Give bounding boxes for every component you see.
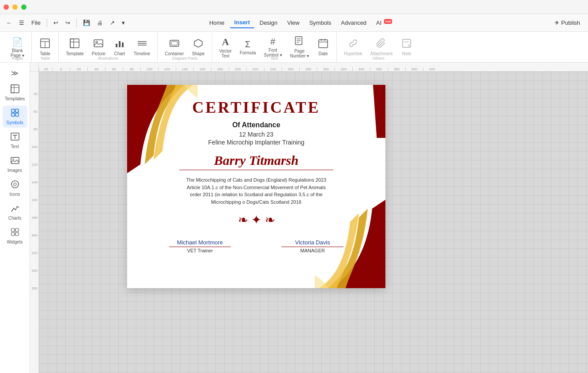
maximize-button[interactable] [21,4,26,10]
chart-label: Chart [114,51,125,56]
svg-rect-6 [94,40,103,47]
images-icon [11,156,19,167]
redo-button[interactable]: ↪ [63,18,73,28]
page-number-icon [294,36,304,48]
timeline-button[interactable]: Timeline [130,37,154,58]
back-button[interactable]: ← [4,18,15,28]
sidebar-item-widgets[interactable]: Widgets [3,225,27,247]
publish-button[interactable]: ✈ Publish [550,18,584,28]
sidebar-templates-label: Templates [5,96,25,101]
ruler-vertical: 40 60 80 100 120 140 160 180 200 220 240… [30,72,39,373]
svg-rect-42 [15,228,19,232]
signatory2-line [282,247,343,247]
certificate-course: Feline Microchip Implanter Training [208,139,305,146]
share-button[interactable]: ↗ [107,18,117,28]
container-icon [170,38,179,50]
nav-home[interactable]: Home [205,18,229,28]
more-button[interactable]: ▾ [119,18,128,28]
shape-icon [193,38,203,50]
canvas-area: -20 0 20 40 60 80 100 120 140 160 180 20… [30,63,588,373]
certificate-name: Barry Titmarsh [214,153,298,168]
toolbar-group-others: Hyperlink Attachment Note Others [337,32,420,62]
signatory2-title: MANAGER [300,248,325,253]
certificate-background: CERTIFICATE Of Attendance 12 March 23 Fe… [127,85,385,288]
signatory-2: Victoria Davis MANAGER [282,239,343,253]
certificate[interactable]: CERTIFICATE Of Attendance 12 March 23 Fe… [127,85,385,288]
signatory1-line [169,247,231,247]
toolbar-group-table: Table Table [32,32,59,62]
formula-icon: Σ [245,39,250,49]
toolbar-group-illustrations: Template Picture Chart Timeline Illustra… [59,32,158,62]
table-button[interactable]: Table [35,37,55,58]
nav-advanced[interactable]: Advanced [336,18,371,28]
formula-button[interactable]: Σ Formula [236,38,260,57]
sidebar-item-charts[interactable]: Charts [3,201,27,223]
font-symbol-button[interactable]: # FontSymbol ▾ [260,35,286,59]
hamburger-button[interactable]: ☰ [16,18,27,28]
sidebar-item-symbols[interactable]: Symbols [3,106,27,128]
hyperlink-button[interactable]: Hyperlink [340,37,366,58]
signatory-1: Michael Mortmore VET Trainer [169,239,231,253]
template-icon [70,38,79,50]
chart-button[interactable]: Chart [110,37,129,58]
sidebar-item-text[interactable]: Text [3,129,27,152]
minimize-button[interactable] [12,4,18,10]
print-button[interactable]: 🖨 [94,18,106,28]
svg-rect-4 [70,39,74,48]
svg-rect-3 [70,39,79,48]
picture-button[interactable]: Picture [88,37,109,58]
container-button[interactable]: Container [161,37,187,58]
toolbar-group-text: A VectorText Σ Formula # FontSymbol ▾ Pa… [212,32,337,62]
hyperlink-label: Hyperlink [344,51,362,56]
svg-rect-28 [11,85,14,93]
chart-icon [115,38,124,50]
sidebar-icons-label: Icons [10,192,20,197]
shape-button[interactable]: Shape [188,37,208,58]
hyperlink-icon [348,38,358,50]
menu-left: ← ☰ File ↩ ↪ 💾 🖨 ↗ ▾ [4,18,128,28]
sidebar-text-label: Text [11,144,19,149]
nav-symbols[interactable]: Symbols [305,18,335,28]
timeline-icon [137,38,147,50]
nav-design[interactable]: Design [255,18,282,28]
template-button[interactable]: Template [62,37,87,58]
nav-ai[interactable]: AI hot [372,18,396,28]
sidebar-expand[interactable]: ≫ [3,66,27,80]
table-icon [40,38,50,50]
nav-insert[interactable]: Insert [230,17,254,28]
canvas-with-ruler[interactable]: 40 60 80 100 120 140 160 180 200 220 240… [30,72,588,373]
picture-label: Picture [92,51,106,56]
svg-rect-31 [15,109,19,112]
ruler-container: -20 0 20 40 60 80 100 120 140 160 180 20… [30,63,588,72]
undo-button[interactable]: ↩ [51,18,61,28]
group-label-diagram: Diagram Parts [158,56,211,61]
left-sidebar: ≫ Templates Symbols Text Images [0,63,30,373]
title-bar [0,0,588,14]
hot-badge: hot [384,19,392,24]
file-menu[interactable]: File [29,18,43,28]
group-label-text: Text [212,56,337,61]
note-button[interactable]: Note [397,37,416,58]
certificate-name-line [179,170,333,170]
close-button[interactable] [4,4,9,10]
svg-point-38 [12,159,14,160]
svg-rect-37 [11,157,19,164]
signatory1-name: Michael Mortmore [177,239,223,246]
sidebar-item-icons[interactable]: Icons [3,177,27,199]
menu-bar: ← ☰ File ↩ ↪ 💾 🖨 ↗ ▾ Home Insert Design … [0,14,588,32]
sidebar-item-images[interactable]: Images [3,153,27,175]
vector-text-icon: A [222,36,229,48]
group-label-illustrations: Illustrations [59,56,157,61]
save-button[interactable]: 💾 [80,18,93,28]
sidebar-images-label: Images [8,168,22,173]
sidebar-item-templates[interactable]: Templates [3,82,27,104]
certificate-subtitle: Of Attendance [232,121,280,129]
date-button[interactable]: Date [313,37,333,58]
nav-view[interactable]: View [283,18,304,28]
canvas[interactable]: CERTIFICATE Of Attendance 12 March 23 Fe… [39,72,588,373]
attachment-button[interactable]: Attachment [367,37,396,58]
svg-rect-27 [11,85,19,93]
certificate-date: 12 March 23 [239,131,274,138]
font-symbol-icon: # [271,37,275,47]
icons-icon [11,180,19,191]
